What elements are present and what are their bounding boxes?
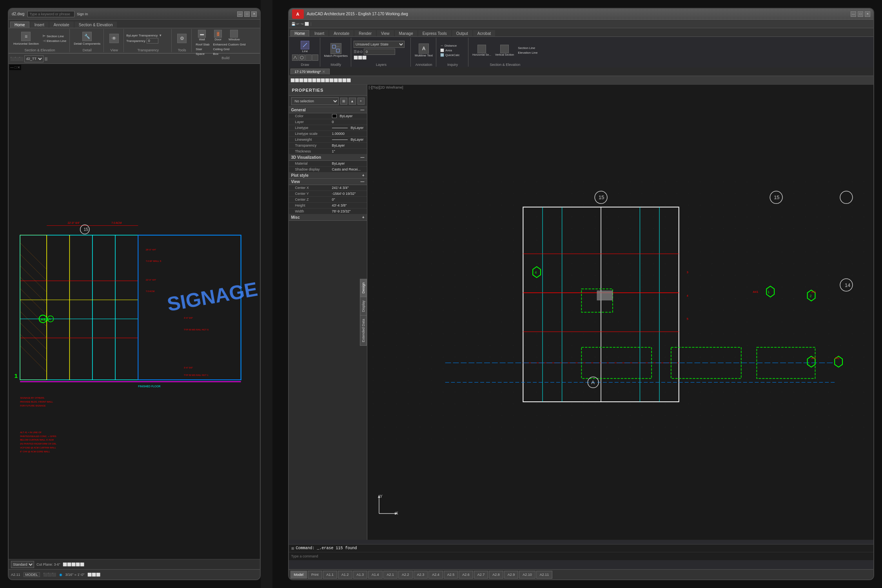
model-tab-item[interactable]: Model xyxy=(290,571,307,579)
design-tab[interactable]: Design xyxy=(360,279,367,297)
stair-btn[interactable]: Stair xyxy=(194,47,211,51)
tab-a211[interactable]: A2.11 xyxy=(536,571,553,579)
misc-section-header[interactable]: Misc + xyxy=(289,214,367,221)
right-tab-home[interactable]: Home xyxy=(290,30,310,36)
general-section-header[interactable]: General — xyxy=(289,107,367,113)
layer-name-input[interactable] xyxy=(364,49,395,55)
tab-a210[interactable]: A2.10 xyxy=(519,571,535,579)
right-tab-acrobat[interactable]: Acrobat xyxy=(473,30,495,36)
arc-btn[interactable] xyxy=(305,54,312,61)
tab-a29[interactable]: A2.9 xyxy=(504,571,519,579)
tools-btn[interactable]: ⚙ xyxy=(174,33,190,45)
tab-a22[interactable]: A2.2 xyxy=(398,571,413,579)
viewport-close[interactable]: ✕ xyxy=(17,65,20,69)
right-elevation-line-btn[interactable]: Elevation Line xyxy=(516,51,539,55)
tab-a24[interactable]: A2.4 xyxy=(428,571,443,579)
space-btn[interactable]: Space xyxy=(194,52,211,56)
right-maximize-btn[interactable]: □ xyxy=(858,11,863,17)
tab-a27[interactable]: A2.7 xyxy=(474,571,488,579)
right-tab-render[interactable]: Render xyxy=(354,30,376,36)
model-tab[interactable]: MODEL xyxy=(24,572,40,577)
viewport-minimize[interactable]: — xyxy=(10,65,14,69)
maximize-button[interactable]: □ xyxy=(244,11,250,17)
vertical-section-btn[interactable]: Vertical Section xyxy=(494,44,515,57)
right-horizontal-section-btn[interactable]: Horizontal Se... xyxy=(471,44,493,57)
svg-text:SIGNAGE BY OTHERS.: SIGNAGE BY OTHERS. xyxy=(20,397,45,399)
plot-section-header[interactable]: Plot style + xyxy=(289,172,367,179)
props-quick-select[interactable]: ⊞ xyxy=(340,98,347,105)
area-btn[interactable]: ⬜ Area xyxy=(439,48,466,53)
door-btn[interactable]: 🚪 Door xyxy=(210,29,226,42)
print-tab-item[interactable]: Print xyxy=(308,571,322,579)
polyline-btn[interactable] xyxy=(292,54,298,61)
sign-in-button[interactable]: Sign In xyxy=(77,12,88,16)
horizontal-section-btn[interactable]: ≡ Horizontal Section xyxy=(12,31,40,46)
left-cad-viewport[interactable]: SIGNAGE 22'-0" 4/4" 7.0 ACM 2 xyxy=(9,64,260,574)
tab-a28[interactable]: A2.8 xyxy=(489,571,503,579)
close-button[interactable]: ✕ xyxy=(251,11,257,17)
quickcalc-btn[interactable]: 🔢 QuickCalc xyxy=(439,53,466,57)
quick-access-toolbar: 💾 ↩ ↪ ⬜ | xyxy=(289,20,874,28)
right-tab-manage[interactable]: Manage xyxy=(395,30,417,36)
tab-insert[interactable]: Insert xyxy=(30,22,49,28)
right-tab-annotate[interactable]: Annotate xyxy=(329,30,354,36)
props-object-select[interactable]: No selection xyxy=(291,97,339,105)
tab-section[interactable]: Section & Elevation xyxy=(74,22,117,28)
circle-btn[interactable] xyxy=(299,54,305,61)
right-tab-output[interactable]: Output xyxy=(452,30,472,36)
tab-a26[interactable]: A2.6 xyxy=(459,571,473,579)
tab-a11[interactable]: A1.1 xyxy=(323,571,338,579)
viewport-restore[interactable]: □ xyxy=(15,65,16,69)
tab-a25[interactable]: A2.5 xyxy=(444,571,458,579)
box-btn[interactable]: Box xyxy=(211,52,247,56)
rect-btn[interactable] xyxy=(312,54,318,61)
tab-annotate[interactable]: Annotate xyxy=(49,22,74,28)
enhanced-grid-btn[interactable]: Enhanced Custom Grid xyxy=(211,42,247,47)
command-input[interactable] xyxy=(291,554,370,558)
transparency-group-label: Transparency xyxy=(126,48,170,52)
right-tab-insert[interactable]: Insert xyxy=(310,30,328,36)
extended-data-tab[interactable]: Extended Data xyxy=(360,315,367,346)
elevation-line-btn[interactable]: ⊣ Elevation Line xyxy=(41,39,68,43)
minimize-button[interactable]: — xyxy=(237,11,243,17)
right-tab-express[interactable]: Express Tools xyxy=(418,30,451,36)
display-tab[interactable]: Display xyxy=(360,297,367,316)
detail-components-btn[interactable]: 🔧 Detail Components xyxy=(72,31,102,46)
linetype-scale-label: Linetype scale xyxy=(295,132,330,136)
right-section-line-btn[interactable]: Section Line xyxy=(516,46,539,50)
layer-state-select[interactable]: Unsaved Layer State xyxy=(354,41,405,48)
tab-a23[interactable]: A2.3 xyxy=(414,571,428,579)
working-tab-close[interactable]: ✕ xyxy=(322,70,325,74)
tab-a12[interactable]: A1.2 xyxy=(338,571,352,579)
linetype-line xyxy=(332,128,348,128)
section-line-btn[interactable]: ⊢ Section Line xyxy=(41,34,68,38)
working-tab[interactable]: 17-170 Working* ✕ xyxy=(290,69,330,74)
transparency-input[interactable] xyxy=(147,38,158,44)
view-btn[interactable]: 👁 xyxy=(106,33,122,45)
right-cad-viewport[interactable]: [-][Top][2D Wireframe] xyxy=(367,85,874,540)
right-tab-view[interactable]: View xyxy=(377,30,394,36)
tab-a14[interactable]: A1.4 xyxy=(368,571,383,579)
props-toggle-pickadd[interactable]: + xyxy=(358,98,365,105)
window-btn[interactable]: Window xyxy=(226,29,242,42)
viewport-style-select[interactable]: Standard xyxy=(11,561,34,568)
plot-add-icon: + xyxy=(362,173,365,178)
tab-a13[interactable]: A1.3 xyxy=(353,571,368,579)
tab-a21[interactable]: A2.1 xyxy=(383,571,398,579)
view-section-header[interactable]: View — xyxy=(289,179,367,185)
tab-home[interactable]: Home xyxy=(10,22,29,28)
left-search-input[interactable] xyxy=(27,11,74,17)
match-properties-btn[interactable]: Match Properties xyxy=(323,42,349,58)
roof-slab-btn[interactable]: Roof Slab xyxy=(194,42,211,47)
ceiling-grid-btn[interactable]: Ceiling Grid xyxy=(211,47,247,51)
right-minimize-btn[interactable]: — xyxy=(851,11,856,17)
line-icon xyxy=(301,41,309,49)
multiline-text-btn[interactable]: A Multiline Text xyxy=(413,43,434,58)
props-select-filter[interactable]: ▲ xyxy=(349,98,356,105)
line-btn[interactable]: Line xyxy=(299,40,311,54)
viz3d-section-header[interactable]: 3D Visualization — xyxy=(289,154,367,161)
right-close-btn[interactable]: ✕ xyxy=(865,11,870,17)
wall-btn[interactable]: ▬ Wall xyxy=(194,29,210,42)
distance-btn[interactable]: ↔ Distance xyxy=(439,44,466,48)
layer-select[interactable]: d2_TT xyxy=(24,55,44,62)
